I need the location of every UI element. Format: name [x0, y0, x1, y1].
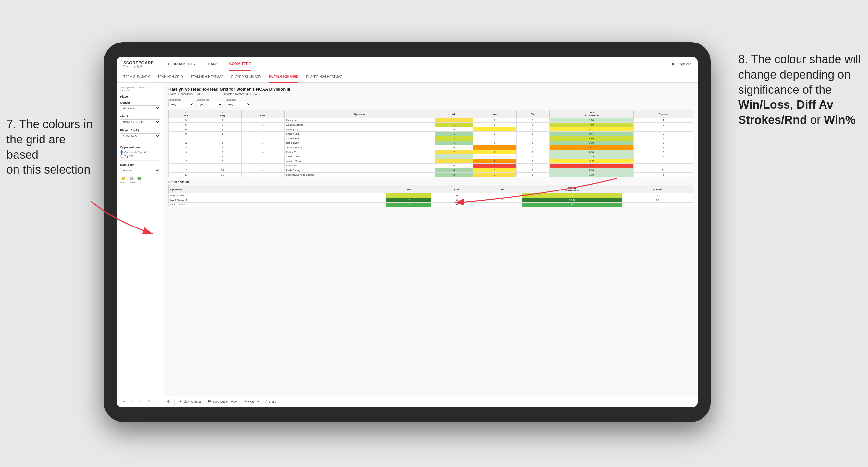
colour-by-select[interactable]: Win/loss — [120, 168, 160, 173]
col-tie: Tie — [516, 110, 549, 118]
annotation-sep1: , — [790, 98, 797, 111]
ood-col-loss: Loss — [431, 185, 483, 193]
subnav-team-h2h-heatmap[interactable]: TEAM H2H HEATMAP — [191, 71, 224, 83]
redo-step-button[interactable]: ↻ — [129, 399, 135, 404]
legend-up-label: Up — [137, 181, 141, 184]
subnav-player-h2h-grid[interactable]: PLAYER H2H GRID — [269, 71, 298, 83]
cell-reg: 11 — [203, 173, 241, 177]
gender-label: Gender — [120, 101, 160, 104]
ood-cell-rounds: 10 — [622, 203, 693, 207]
opponents-filter-select[interactable]: (All) — [168, 101, 194, 107]
timer-button[interactable]: ⏱ — [165, 399, 172, 404]
sidebar: Last Updated: 27/03/2024 16:55:38 Player… — [117, 83, 164, 396]
up-dot — [137, 177, 141, 181]
cell-rounds: 2 — [634, 163, 693, 168]
cell-reg: 1 — [203, 145, 241, 150]
down-dot — [121, 177, 125, 181]
save-custom-button[interactable]: 💾 Save Custom View — [206, 399, 239, 404]
cell-conf: 3 — [241, 127, 284, 132]
cell-reg: 5 — [203, 141, 241, 145]
ood-cell-tie: 0 — [483, 198, 522, 203]
annotation-right-intro: 8. The colour shade will change dependin… — [738, 53, 861, 96]
cell-div: 11 — [169, 141, 204, 145]
cell-loss: 1 — [473, 145, 516, 150]
subnav-team-h2h-grid[interactable]: TEAM H2H GRID — [158, 71, 183, 83]
annotation-bold1: Win/Loss — [738, 98, 790, 111]
conference-filter-select[interactable]: (All) — [197, 101, 223, 107]
cell-tie: 0 — [516, 150, 549, 154]
watch-button[interactable]: 👁 Watch ▾ — [242, 399, 261, 404]
cell-tie: 0 — [516, 163, 549, 168]
ood-cell-rounds: 2 — [622, 193, 693, 198]
ood-col-rounds: Rounds — [622, 185, 693, 193]
undo-button[interactable]: ↩ — [121, 399, 127, 404]
cell-win: 1 — [435, 118, 473, 123]
opponents-played-radio[interactable]: Opponents Played — [120, 150, 160, 154]
legend-down-label: Down — [120, 181, 126, 184]
filters-row: Opponents: (All) Conference (All) Oppone… — [168, 98, 693, 107]
cell-tie: 0 — [516, 154, 549, 159]
cell-diff: -1.00 — [549, 127, 633, 132]
share-button[interactable]: ⤴ Share — [264, 399, 278, 404]
nav-committee[interactable]: COMMITTEE — [229, 57, 251, 71]
division-record-value: 331 - 34 - 6 — [246, 93, 261, 96]
cell-diff: 4.00 — [549, 123, 633, 127]
division-select[interactable]: NCAA Division III — [120, 119, 160, 125]
ood-cell-diff: 9.267 — [522, 198, 622, 203]
h2h-table: #Div #Reg #Conf Opponent Win Loss Tie Di… — [168, 110, 693, 177]
sign-out-button[interactable]: Sign out — [678, 62, 691, 66]
table-row: 14 7 4 Eunice Yi 2 2 0 0.38 9 — [169, 150, 693, 154]
opponent-filter: Opponent (All) — [225, 98, 251, 107]
subnav-player-summary[interactable]: PLAYER SUMMARY — [231, 71, 261, 83]
ood-cell-win: 15 — [386, 198, 431, 203]
cell-tie: 0 — [516, 159, 549, 163]
table-row: 18 2 2 Euna Lee 0 1 0 -5.00 2 — [169, 163, 693, 168]
nav-teams[interactable]: TEAMS — [206, 57, 219, 71]
cell-tie: 0 — [516, 173, 549, 177]
cell-reg: 2 — [203, 123, 241, 127]
app-logo: SCOREBOARD Powered by clippd — [123, 61, 154, 67]
cell-div: 3 — [169, 118, 204, 123]
main-content: Last Updated: 27/03/2024 16:55:38 Player… — [117, 83, 698, 396]
cell-conf: 5 — [241, 154, 284, 159]
redo-button[interactable]: ↪ — [137, 399, 144, 404]
cell-tie: 0 — [516, 123, 549, 127]
opponents-played-label: Opponents Played — [124, 151, 146, 154]
logo-text: SCOREBOARD — [123, 60, 154, 65]
cell-rounds — [634, 127, 693, 132]
cell-conf: 1 — [241, 118, 284, 123]
cell-win: 4 — [435, 168, 473, 173]
copy-button[interactable]: ⧉ — [146, 399, 151, 404]
cell-tie: 1 — [516, 118, 549, 123]
tablet-screen: SCOREBOARD Powered by clippd TOURNAMENTS… — [117, 57, 698, 407]
opponents-filter: Opponents: (All) — [168, 98, 194, 107]
subnav-player-h2h-heatmap[interactable]: PLAYER H2H HEATMAP — [306, 71, 342, 83]
more-button[interactable]: ⋯ — [154, 399, 160, 404]
cell-rounds: 4 — [634, 136, 693, 141]
table-row: 16 2 1 Jessica Mason 1 2 0 -0.94 — [169, 159, 693, 163]
cell-rounds: 4 — [634, 118, 693, 123]
cell-tie: 0 — [516, 132, 549, 136]
subnav-team-summary[interactable]: TEAM SUMMARY — [123, 71, 150, 83]
annotation-bold3: Win% — [824, 113, 856, 127]
cell-opponent: Sydney Kuo — [284, 127, 435, 132]
ood-cell-opponent: NAIA Division 1 — [169, 198, 386, 203]
gender-select[interactable]: Women's — [120, 105, 160, 111]
cell-div: 6 — [169, 127, 204, 132]
cell-opponent: Jessica Huang — [284, 145, 435, 150]
legend-down: Down — [120, 177, 126, 184]
top100-radio[interactable]: Top 100 — [120, 154, 160, 158]
annotation-left-line1: 7. The colours in — [6, 118, 92, 131]
col-conf: #Conf — [241, 110, 284, 118]
conference-filter: Conference (All) — [197, 98, 223, 107]
cell-rounds: 6 — [634, 173, 693, 177]
view-original-button[interactable]: 👁 View: Original — [177, 399, 203, 404]
legend-up: Up — [137, 177, 141, 184]
cell-loss: 1 — [473, 127, 516, 132]
player-rank-select[interactable]: 8. Katelyn Vo — [120, 133, 160, 139]
nav-tournaments[interactable]: TOURNAMENTS — [167, 57, 196, 71]
share-label: Share — [268, 400, 276, 403]
cell-loss: 1 — [473, 168, 516, 173]
ood-col-diff: Diff AvStrokes/Rnd — [522, 185, 622, 193]
opponent-filter-select[interactable]: (All) — [225, 101, 251, 107]
